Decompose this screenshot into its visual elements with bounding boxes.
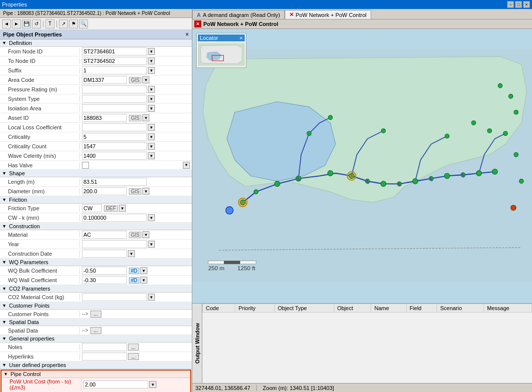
to-node-id-input[interactable] xyxy=(82,57,147,65)
wq-wall-dropdown[interactable]: ▼ xyxy=(140,277,147,284)
prop-wave-celerity-value[interactable]: ▼ xyxy=(80,151,192,160)
section-shape[interactable]: ▼ Shape xyxy=(0,170,192,177)
flag-button[interactable]: ⚑ xyxy=(69,19,78,28)
cw-k-input[interactable] xyxy=(82,214,147,222)
section-pipe-control[interactable]: ▼ Pipe Control xyxy=(1,371,190,378)
construction-date-input[interactable] xyxy=(82,250,127,258)
area-code-input[interactable] xyxy=(82,76,127,84)
area-code-dropdown[interactable]: ▼ xyxy=(142,76,149,83)
section-wq-params[interactable]: ▼ WQ Parameters xyxy=(0,259,192,266)
save-button[interactable]: 💾 xyxy=(22,19,31,28)
prop-cw-k-value[interactable]: ▼ xyxy=(80,213,192,222)
pow-unit-cost-ft-input[interactable] xyxy=(83,381,148,389)
prop-customer-points-value[interactable]: --> ... xyxy=(80,310,192,318)
isolation-area-dropdown[interactable]: ▼ xyxy=(148,105,155,112)
local-loss-dropdown[interactable]: ▼ xyxy=(148,124,155,131)
locator-close[interactable]: × xyxy=(240,35,243,41)
friction-type-input[interactable] xyxy=(82,204,102,212)
prop-length-value[interactable] xyxy=(80,177,192,186)
section-co2[interactable]: ▼ CO2 Parameters xyxy=(0,285,192,293)
prop-suffix-value[interactable]: ▼ xyxy=(80,66,192,75)
hyperlinks-input[interactable] xyxy=(82,353,127,361)
co2-material-input[interactable] xyxy=(82,293,147,301)
length-input[interactable] xyxy=(82,178,147,186)
diameter-input[interactable] xyxy=(82,187,127,195)
from-node-dropdown[interactable]: ▼ xyxy=(148,48,155,55)
prop-has-valve-value[interactable]: ▼ xyxy=(80,161,192,169)
nav-forward-button[interactable]: ► xyxy=(12,19,21,28)
prop-local-loss-value[interactable]: ▼ xyxy=(80,123,192,132)
suffix-input[interactable] xyxy=(82,66,147,74)
prop-hyperlinks-value[interactable]: ... xyxy=(80,352,192,361)
local-loss-input[interactable] xyxy=(82,123,147,131)
spatial-data-ellipsis[interactable]: ... xyxy=(90,327,101,334)
prop-diameter-value[interactable]: GIS ▼ xyxy=(80,187,192,196)
prop-pow-unit-cost-ft-value[interactable]: ▼ xyxy=(81,380,190,389)
prop-friction-type-value[interactable]: DEF ▼ xyxy=(80,204,192,213)
search-button[interactable]: 🔍 xyxy=(79,19,88,28)
cursor-button[interactable]: ↗ xyxy=(59,19,68,28)
text-button[interactable]: T xyxy=(45,19,54,28)
tab-pow-network[interactable]: ✕ PoW Network + PoW Control xyxy=(285,10,371,19)
prop-criticality-count-value[interactable]: ▼ xyxy=(80,142,192,151)
from-node-id-input[interactable] xyxy=(82,47,147,55)
maximize-button[interactable]: □ xyxy=(515,1,522,8)
prop-pressure-rating-value[interactable]: ▼ xyxy=(80,85,192,94)
friction-type-dropdown[interactable]: ▼ xyxy=(119,205,126,212)
isolation-area-input[interactable] xyxy=(82,104,147,112)
pressure-rating-input[interactable] xyxy=(82,85,147,93)
criticality-dropdown[interactable]: ▼ xyxy=(148,133,155,140)
hyperlinks-ellipsis[interactable]: ... xyxy=(128,353,139,360)
prop-criticality-value[interactable]: ▼ xyxy=(80,132,192,141)
section-customer-points[interactable]: ▼ Customer Points xyxy=(0,302,192,310)
prop-co2-material-value[interactable]: ▼ xyxy=(80,293,192,302)
close-button[interactable]: × xyxy=(523,1,530,8)
prop-wq-wall-value[interactable]: #D ▼ xyxy=(80,276,192,285)
wq-wall-input[interactable] xyxy=(82,276,127,284)
construction-date-dropdown[interactable]: ▼ xyxy=(128,250,135,257)
section-user-defined[interactable]: ▼ User defined properties xyxy=(0,362,192,369)
prop-spatial-data-value[interactable]: --> ... xyxy=(80,327,192,335)
material-input[interactable] xyxy=(82,231,127,239)
prop-year-value[interactable]: ▼ xyxy=(80,240,192,249)
section-definition[interactable]: ▼ Definition xyxy=(0,39,192,47)
prop-area-code-value[interactable]: GIS ▼ xyxy=(80,75,192,84)
wave-celerity-input[interactable] xyxy=(82,152,147,160)
minimize-button[interactable]: − xyxy=(507,1,514,8)
notes-ellipsis[interactable]: ... xyxy=(128,344,139,351)
criticality-count-dropdown[interactable]: ▼ xyxy=(148,143,155,150)
prop-system-type-value[interactable]: ▼ xyxy=(80,94,192,103)
prop-wq-bulk-value[interactable]: #D ▼ xyxy=(80,266,192,275)
suffix-dropdown[interactable]: ▼ xyxy=(148,67,155,74)
asset-id-input[interactable] xyxy=(82,114,127,122)
wq-bulk-input[interactable] xyxy=(82,267,127,275)
pow-unit-cost-ft-dropdown[interactable]: ▼ xyxy=(149,381,156,388)
refresh-button[interactable]: ↺ xyxy=(32,19,41,28)
pressure-rating-dropdown[interactable]: ▼ xyxy=(148,86,155,93)
customer-points-ellipsis[interactable]: ... xyxy=(90,311,101,318)
asset-id-dropdown[interactable]: ▼ xyxy=(142,114,149,121)
map-view[interactable]: M M M xyxy=(192,29,532,302)
prop-from-node-id-value[interactable]: ▼ xyxy=(80,47,192,56)
material-dropdown[interactable]: ▼ xyxy=(142,231,149,238)
prop-isolation-area-value[interactable]: ▼ xyxy=(80,104,192,113)
system-type-input[interactable] xyxy=(82,95,147,103)
co2-material-dropdown[interactable]: ▼ xyxy=(148,294,155,301)
nav-back-button[interactable]: ◄ xyxy=(2,19,11,28)
has-valve-dropdown[interactable]: ▼ xyxy=(183,162,190,169)
window-controls[interactable]: − □ × xyxy=(507,1,530,8)
prop-asset-id-value[interactable]: GIS ▼ xyxy=(80,113,192,122)
has-valve-checkbox[interactable] xyxy=(82,162,89,169)
prop-notes-value[interactable]: ... xyxy=(80,343,192,352)
cw-k-dropdown[interactable]: ▼ xyxy=(148,214,155,221)
prop-to-node-id-value[interactable]: ▼ xyxy=(80,56,192,65)
to-node-dropdown[interactable]: ▼ xyxy=(148,57,155,64)
year-input[interactable] xyxy=(82,240,147,248)
criticality-input[interactable] xyxy=(82,133,147,141)
prop-construction-date-value[interactable]: ▼ xyxy=(80,249,192,258)
notes-input[interactable] xyxy=(82,343,127,351)
criticality-count-input[interactable] xyxy=(82,142,147,150)
section-construction[interactable]: ▼ Construction xyxy=(0,223,192,230)
system-type-dropdown[interactable]: ▼ xyxy=(148,95,155,102)
tab-demand-diagram[interactable]: A A demand diagram (Read Only) xyxy=(192,10,285,19)
